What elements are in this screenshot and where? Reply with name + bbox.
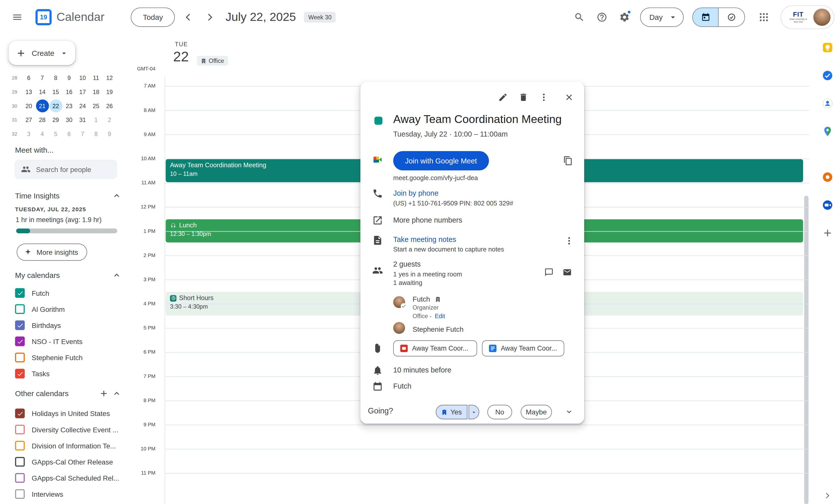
mini-calendar-day[interactable]: 25 [90, 99, 103, 112]
account-profile[interactable]: FIT State University of New York [781, 5, 835, 29]
mini-calendar-day[interactable]: 7 [36, 71, 49, 84]
guest-name[interactable]: Stephenie Futch [412, 325, 463, 333]
search-for-people-input[interactable] [36, 165, 105, 173]
calendar-list-item[interactable]: Al Gorithm [0, 301, 130, 317]
calendar-list-item[interactable]: Futch [0, 285, 130, 301]
mini-calendar-day[interactable]: 5 [49, 128, 62, 140]
tasks-app-button[interactable] [818, 66, 837, 85]
calendar-list-item[interactable]: Tasks [0, 366, 130, 382]
user-avatar[interactable] [813, 8, 831, 26]
mini-calendar-day[interactable]: 24 [76, 99, 89, 112]
mini-calendar-day[interactable]: 12 [103, 71, 116, 84]
join-with-google-meet-button[interactable]: Join with Google Meet [393, 151, 489, 170]
copy-meeting-link-button[interactable] [557, 150, 579, 171]
take-meeting-notes-link[interactable]: Take meeting notes [393, 236, 456, 243]
more-options-button[interactable] [534, 88, 554, 107]
mini-calendar-day[interactable]: 10 [76, 71, 89, 84]
mini-calendar-day[interactable]: 17 [76, 86, 89, 98]
current-date-title[interactable]: July 22, 2025 [226, 10, 296, 24]
mini-calendar-day[interactable]: 29 [49, 113, 62, 126]
mini-calendar-day[interactable]: 9 [63, 71, 75, 84]
get-add-ons-button[interactable] [818, 223, 837, 242]
calendar-checkbox[interactable] [15, 409, 25, 418]
mini-calendar-day[interactable]: 11 [90, 71, 103, 84]
today-button[interactable]: Today [131, 7, 175, 27]
mini-calendar-day[interactable]: 26 [103, 99, 116, 112]
help-button[interactable] [591, 6, 613, 29]
calendar-logo-icon[interactable]: 19 [35, 9, 52, 25]
more-phone-numbers-link[interactable]: More phone numbers [393, 216, 462, 224]
email-guests-chat-button[interactable] [540, 263, 557, 280]
keep-app-button[interactable] [818, 38, 837, 57]
create-button[interactable]: Create [8, 41, 75, 65]
next-day-button[interactable] [202, 9, 218, 25]
mini-calendar-day[interactable]: 2 [103, 113, 116, 126]
day-number[interactable]: 22 [173, 48, 189, 65]
mini-calendar-day[interactable]: 20 [22, 99, 35, 112]
calendar-checkbox[interactable] [15, 457, 25, 467]
search-for-people-field[interactable] [15, 160, 117, 179]
google-apps-button[interactable] [752, 6, 775, 29]
meeting-link[interactable]: meet.google.com/vfy-jucf-dea [393, 174, 478, 182]
calendar-checkbox[interactable] [15, 441, 25, 450]
more-insights-button[interactable]: More insights [17, 243, 87, 261]
settings-button[interactable] [613, 6, 636, 29]
edit-location-link[interactable]: Edit [435, 313, 445, 319]
maps-app-button[interactable] [818, 122, 837, 141]
mini-calendar-day[interactable]: 14 [36, 86, 49, 98]
notes-options-button[interactable] [559, 231, 579, 250]
collapse-time-insights-button[interactable] [110, 189, 123, 202]
calendar-checkbox[interactable] [15, 320, 25, 330]
mini-calendar-day[interactable]: 27 [22, 113, 35, 126]
email-guests-button[interactable] [558, 263, 575, 280]
mini-calendar-day[interactable]: 31 [76, 113, 89, 126]
mini-calendar-day[interactable]: 9 [103, 128, 116, 140]
calendar-checkbox[interactable] [15, 489, 25, 499]
mini-calendar-day[interactable]: 21 [36, 99, 49, 112]
orange-addon-button[interactable] [818, 167, 837, 187]
mini-calendar-day[interactable]: 19 [103, 86, 116, 98]
rsvp-maybe-button[interactable]: Maybe [521, 405, 552, 419]
calendar-list-item[interactable]: Division of Information Te... [0, 437, 130, 454]
mini-calendar-day[interactable]: 15 [49, 86, 62, 98]
mini-calendar-day[interactable]: 8 [49, 71, 62, 84]
mini-calendar-day[interactable]: 7 [76, 128, 89, 140]
collapse-my-calendars-button[interactable] [110, 269, 123, 282]
mini-calendar-day[interactable]: 8 [90, 128, 103, 140]
mini-calendar-day[interactable]: 30 [63, 113, 75, 126]
calendar-list-item[interactable]: GApps-Cal Scheduled Rel... [0, 470, 130, 486]
rsvp-more-options-button[interactable] [560, 403, 577, 420]
rsvp-yes-dropdown-button[interactable] [468, 405, 479, 419]
mini-calendar-day[interactable]: 22 [49, 99, 62, 112]
join-by-phone-link[interactable]: Join by phone [393, 189, 439, 197]
attachment-chip-1[interactable]: Away Team Coor... [393, 340, 477, 356]
view-selector-dropdown[interactable]: Day [640, 7, 684, 27]
mini-calendar-day[interactable]: 4 [36, 128, 49, 140]
mini-calendar-day[interactable]: 28 [36, 113, 49, 126]
add-other-calendar-button[interactable] [97, 387, 110, 400]
calendar-view-toggle[interactable] [693, 8, 719, 26]
calendar-checkbox[interactable] [15, 336, 25, 346]
previous-day-button[interactable] [180, 9, 197, 25]
mini-calendar-day[interactable]: 13 [22, 86, 35, 98]
calendar-checkbox[interactable] [15, 304, 25, 314]
calendar-checkbox[interactable] [15, 369, 25, 378]
mini-calendar-day[interactable]: 6 [22, 71, 35, 84]
mini-calendar-day[interactable]: 18 [90, 86, 103, 98]
calendar-list-item[interactable]: Birthdays [0, 317, 130, 333]
calendar-list-item[interactable]: Interviews [0, 486, 130, 502]
calendar-list-item[interactable]: Phases of the Moon [0, 502, 130, 504]
edit-event-button[interactable] [493, 88, 513, 107]
main-menu-button[interactable] [5, 5, 30, 30]
vertical-scrollbar[interactable] [804, 196, 808, 504]
calendar-checkbox[interactable] [15, 473, 25, 483]
expand-side-panel-button[interactable] [820, 488, 835, 503]
guest-row-futch[interactable]: Futch [412, 295, 441, 303]
mini-calendar-day[interactable]: 6 [63, 128, 75, 140]
mini-calendar-day[interactable]: 3 [22, 128, 35, 140]
calendar-list-item[interactable]: Stephenie Futch [0, 349, 130, 366]
close-popup-button[interactable] [559, 88, 579, 107]
contacts-app-button[interactable] [818, 94, 837, 113]
calendar-checkbox[interactable] [15, 288, 25, 298]
mini-calendar-day[interactable]: 23 [63, 99, 75, 112]
